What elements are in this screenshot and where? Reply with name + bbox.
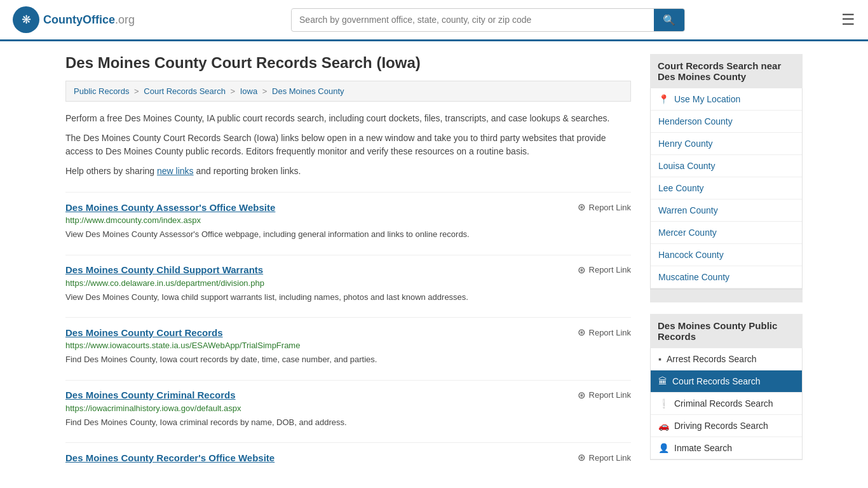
- report-link-button[interactable]: ⊛ Report Link: [578, 452, 631, 463]
- logo-tld: .org: [115, 13, 135, 26]
- site-header: ❋ CountyOffice.org 🔍 ☰: [0, 0, 868, 41]
- search-input[interactable]: [292, 10, 654, 30]
- record-icon: 👤: [658, 443, 669, 453]
- public-record-link[interactable]: ❕ Criminal Records Search: [651, 393, 802, 414]
- public-record-link[interactable]: 👤 Inmate Search: [651, 437, 802, 459]
- public-records-list: ▪ Arrest Records Search 🏛 Court Records …: [650, 348, 803, 460]
- public-record-item: ▪ Arrest Records Search: [651, 348, 802, 370]
- result-url: https://www.iowacourts.state.ia.us/ESAWe…: [65, 341, 631, 350]
- result-title-link[interactable]: Des Moines County Assessor's Office Webs…: [65, 202, 275, 213]
- result-desc: Find Des Moines County, Iowa court recor…: [65, 353, 631, 366]
- desc-para-2: The Des Moines County Court Records Sear…: [65, 132, 631, 158]
- nearby-county-item: Henry County: [651, 133, 802, 155]
- public-record-item: 🏛 Court Records Search: [651, 370, 802, 393]
- report-icon: ⊛: [578, 201, 586, 213]
- public-record-link[interactable]: ▪ Arrest Records Search: [651, 348, 802, 370]
- public-record-link[interactable]: 🏛 Court Records Search: [651, 370, 802, 392]
- nearby-county-link[interactable]: Mercer County: [651, 222, 802, 243]
- record-label: Inmate Search: [674, 443, 732, 453]
- result-title-link[interactable]: Des Moines County Court Records: [65, 327, 223, 338]
- result-title-link[interactable]: Des Moines County Criminal Records: [65, 390, 236, 400]
- desc-para-1: Perform a free Des Moines County, IA pub…: [65, 112, 631, 125]
- sidebar: Court Records Search near Des Moines Cou…: [650, 54, 803, 466]
- result-title-row: Des Moines County Court Records ⊛ Report…: [65, 327, 631, 338]
- nearby-county-link[interactable]: Henry County: [651, 133, 802, 154]
- result-card: Des Moines County Criminal Records ⊛ Rep…: [65, 380, 631, 429]
- logo-area: ❋ CountyOffice.org: [13, 6, 135, 33]
- report-link-label: Report Link: [589, 390, 631, 400]
- result-title-link[interactable]: Des Moines County Recorder's Office Webs…: [65, 452, 275, 463]
- record-label: Criminal Records Search: [674, 398, 773, 409]
- public-records-title: Des Moines County Public Records: [650, 314, 803, 348]
- record-icon: 🏛: [658, 376, 667, 386]
- nearby-county-list: 📍 Use My Location Henderson CountyHenry …: [650, 88, 803, 289]
- nearby-county-link[interactable]: Muscatine County: [651, 266, 802, 288]
- public-record-item: 🚗 Driving Records Search: [651, 415, 802, 437]
- report-icon: ⊛: [578, 327, 586, 338]
- breadcrumb: Public Records > Court Records Search > …: [65, 81, 631, 102]
- record-icon: ❕: [658, 398, 669, 409]
- breadcrumb-sep3: >: [262, 86, 269, 96]
- breadcrumb-sep2: >: [231, 86, 238, 96]
- breadcrumb-court-records-search[interactable]: Court Records Search: [144, 86, 226, 96]
- result-title-row: Des Moines County Child Support Warrants…: [65, 264, 631, 276]
- nearby-county-item: Lee County: [651, 177, 802, 200]
- breadcrumb-des-moines-county[interactable]: Des Moines County: [272, 86, 344, 96]
- page-title: Des Moines County Court Records Search (…: [65, 54, 631, 72]
- public-record-item: ❕ Criminal Records Search: [651, 393, 802, 415]
- result-title-row: Des Moines County Recorder's Office Webs…: [65, 452, 631, 463]
- report-icon: ⊛: [578, 264, 586, 276]
- record-icon: 🚗: [658, 421, 669, 431]
- nearby-county-item: Henderson County: [651, 111, 802, 133]
- logo-icon: ❋: [13, 6, 39, 33]
- report-link-label: Report Link: [589, 328, 631, 337]
- public-record-link[interactable]: 🚗 Driving Records Search: [651, 415, 802, 437]
- main-content: Des Moines County Court Records Search (…: [65, 54, 631, 466]
- result-title-link[interactable]: Des Moines County Child Support Warrants: [65, 264, 263, 275]
- nearby-county-item: Hancock County: [651, 244, 802, 266]
- record-label: Driving Records Search: [674, 421, 768, 431]
- result-title-row: Des Moines County Criminal Records ⊛ Rep…: [65, 390, 631, 401]
- use-my-location-link[interactable]: 📍 Use My Location: [651, 88, 802, 110]
- report-link-button[interactable]: ⊛ Report Link: [578, 201, 631, 213]
- breadcrumb-public-records[interactable]: Public Records: [74, 86, 129, 96]
- result-desc: Find Des Moines County, Iowa criminal re…: [65, 416, 631, 429]
- nearby-county-link[interactable]: Hancock County: [651, 244, 802, 266]
- hamburger-menu-button[interactable]: ☰: [841, 11, 855, 29]
- results-container: Des Moines County Assessor's Office Webs…: [65, 192, 631, 463]
- report-link-button[interactable]: ⊛ Report Link: [578, 327, 631, 338]
- desc-para-3: Help others by sharing new links and rep…: [65, 165, 631, 178]
- report-link-label: Report Link: [589, 265, 631, 274]
- nearby-county-item: Muscatine County: [651, 266, 802, 288]
- logo-name: CountyOffice: [43, 13, 115, 26]
- result-card: Des Moines County Court Records ⊛ Report…: [65, 317, 631, 366]
- nearby-county-link[interactable]: Henderson County: [651, 111, 802, 132]
- result-card: Des Moines County Assessor's Office Webs…: [65, 192, 631, 241]
- result-desc: View Des Moines County, Iowa child suppo…: [65, 291, 631, 304]
- record-label: Arrest Records Search: [667, 354, 757, 364]
- nearby-county-link[interactable]: Louisa County: [651, 155, 802, 177]
- nearby-county-item: Mercer County: [651, 222, 802, 244]
- report-link-label: Report Link: [589, 203, 631, 212]
- nearby-county-link[interactable]: Lee County: [651, 177, 802, 199]
- result-title-row: Des Moines County Assessor's Office Webs…: [65, 201, 631, 213]
- new-links-link[interactable]: new links: [157, 166, 194, 176]
- record-label: Court Records Search: [672, 376, 761, 386]
- result-desc: View Des Moines County Assessor's Office…: [65, 228, 631, 241]
- report-link-button[interactable]: ⊛ Report Link: [578, 264, 631, 276]
- search-icon: 🔍: [663, 15, 675, 25]
- public-records-section-title: [650, 289, 803, 302]
- report-link-button[interactable]: ⊛ Report Link: [578, 390, 631, 401]
- breadcrumb-sep1: >: [134, 86, 141, 96]
- nearby-county-item: Warren County: [651, 200, 802, 222]
- report-link-label: Report Link: [589, 453, 631, 463]
- nearby-county-link[interactable]: Warren County: [651, 200, 802, 221]
- breadcrumb-iowa[interactable]: Iowa: [240, 86, 257, 96]
- result-card: Des Moines County Child Support Warrants…: [65, 255, 631, 304]
- public-record-item: 👤 Inmate Search: [651, 437, 802, 459]
- search-button[interactable]: 🔍: [654, 9, 684, 31]
- nearby-county-item: Louisa County: [651, 155, 802, 177]
- search-bar: 🔍: [291, 8, 685, 32]
- use-my-location-item: 📍 Use My Location: [651, 88, 802, 111]
- result-url: https://iowacriminalhistory.iowa.gov/def…: [65, 403, 631, 413]
